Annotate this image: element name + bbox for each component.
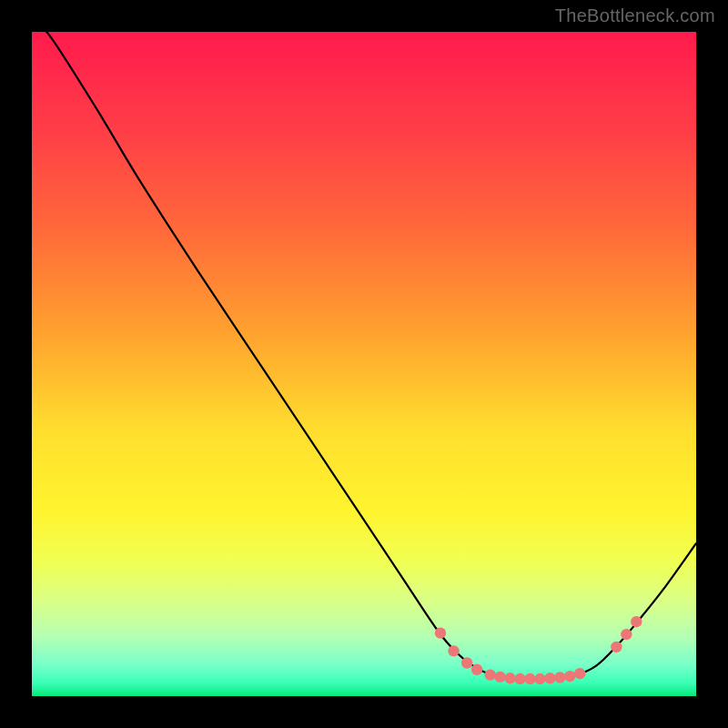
data-dot [524, 673, 535, 684]
data-dot [504, 672, 515, 683]
data-dot [435, 627, 446, 638]
data-dot [448, 645, 459, 656]
data-dot [574, 668, 585, 679]
data-dot [494, 672, 505, 682]
data-dot [514, 673, 525, 684]
data-dots [435, 616, 642, 684]
data-dot [611, 642, 622, 652]
data-dot [621, 629, 632, 640]
watermark-label: TheBottleneck.com [555, 5, 715, 26]
data-dot [534, 673, 545, 684]
data-dot [461, 657, 472, 668]
data-dot [485, 669, 496, 680]
chart-container: TheBottleneck.com [0, 0, 728, 728]
data-dot [631, 616, 642, 627]
bottleneck-curve [32, 32, 696, 680]
data-dot [554, 672, 565, 682]
data-dot [564, 671, 575, 682]
data-dot [544, 672, 555, 683]
data-dot [471, 664, 482, 675]
curve-layer [32, 32, 696, 696]
plot-area [32, 32, 696, 696]
